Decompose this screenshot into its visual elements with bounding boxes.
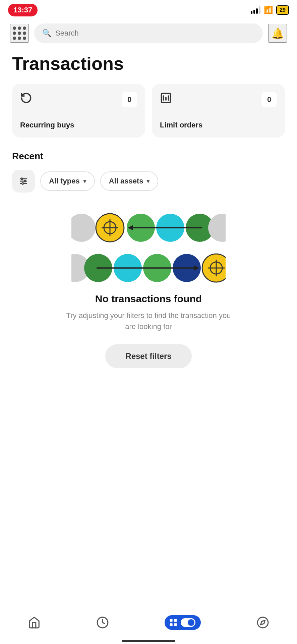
chevron-down-icon: ▾ [83, 177, 86, 185]
all-assets-label: All assets [109, 177, 143, 185]
search-input[interactable] [55, 29, 255, 38]
recurring-icon [20, 92, 32, 107]
status-bar: 13:37 📶 29 [0, 0, 297, 20]
svg-rect-33 [174, 619, 177, 622]
exchange-icon [169, 618, 178, 627]
svg-point-5 [24, 180, 26, 182]
svg-point-36 [257, 617, 268, 628]
recurring-buys-card[interactable]: 0 Recurring buys [12, 84, 145, 138]
toggle-dot [188, 619, 194, 626]
no-transactions-title: No transactions found [95, 293, 202, 305]
nav-history[interactable] [96, 616, 109, 629]
nav-exchange-active[interactable] [165, 615, 201, 630]
no-transactions-description: Try adjusting your filters to find the t… [65, 310, 232, 332]
battery-indicator: 29 [276, 5, 289, 15]
home-indicator [122, 640, 175, 642]
reset-filters-button[interactable]: Reset filters [105, 344, 191, 368]
bottom-nav [0, 604, 297, 644]
search-bar[interactable]: 🔍 [34, 23, 263, 43]
clock-icon [96, 616, 109, 629]
active-tab-container [165, 615, 201, 630]
status-icons: 📶 29 [251, 5, 289, 15]
limit-orders-count: 0 [261, 92, 277, 107]
filter-row: All types ▾ All assets ▾ [12, 170, 285, 193]
card-top: 0 [20, 92, 137, 107]
nav-home[interactable] [28, 616, 41, 629]
empty-state: No transactions found Try adjusting your… [12, 206, 285, 368]
page-content: Transactions 0 Recurring buys [0, 46, 297, 388]
svg-point-6 [22, 183, 23, 184]
grid-menu-button[interactable] [10, 24, 29, 43]
all-types-label: All types [49, 177, 80, 185]
compass-icon [256, 616, 269, 629]
empty-state-illustration [71, 206, 226, 293]
svg-point-7 [71, 214, 96, 242]
all-assets-filter[interactable]: All assets ▾ [100, 171, 159, 191]
nav-compass[interactable] [256, 616, 269, 629]
grid-icon [13, 26, 26, 40]
wifi-icon: 📶 [264, 6, 273, 14]
card-top: 0 [160, 92, 277, 107]
recurring-buys-label: Recurring buys [20, 121, 137, 129]
chevron-down-icon: ▾ [146, 177, 150, 185]
filter-button[interactable] [12, 170, 35, 193]
home-icon [28, 616, 41, 629]
svg-point-4 [21, 178, 23, 180]
notification-button[interactable]: 🔔 [268, 24, 287, 43]
limit-orders-icon [160, 92, 172, 107]
tab-toggle[interactable] [181, 618, 195, 627]
bell-icon: 🔔 [272, 28, 284, 39]
signal-icon [251, 6, 260, 14]
all-types-filter[interactable]: All types ▾ [40, 171, 95, 191]
cards-row: 0 Recurring buys 0 Limit orders [12, 84, 285, 138]
svg-point-16 [208, 214, 226, 242]
limit-orders-label: Limit orders [160, 121, 277, 129]
recent-title: Recent [12, 151, 285, 162]
svg-marker-37 [260, 620, 265, 625]
recent-section: Recent All types ▾ All assets ▾ [12, 151, 285, 193]
search-icon: 🔍 [42, 29, 51, 38]
status-time: 13:37 [8, 4, 38, 16]
recurring-buys-count: 0 [122, 92, 137, 107]
page-title: Transactions [12, 53, 285, 74]
svg-rect-32 [170, 619, 173, 622]
svg-rect-35 [174, 623, 177, 626]
header: 🔍 🔔 [0, 20, 297, 46]
limit-orders-card[interactable]: 0 Limit orders [152, 84, 285, 138]
svg-rect-34 [170, 623, 173, 626]
